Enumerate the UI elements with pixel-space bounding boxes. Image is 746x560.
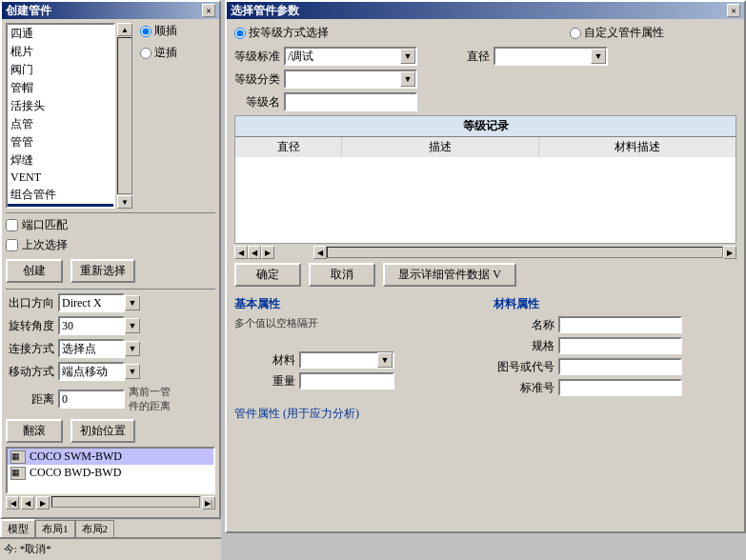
rotate-angle-row: 旋转角度 ▼	[6, 316, 215, 335]
mat-code-row: 图号或代号	[494, 358, 737, 375]
mat-spec-row: 规格	[494, 337, 737, 354]
bottom-list: ▦ COCO SWM-BWD ▦ COCO BWD-BWD	[6, 447, 215, 494]
list-item[interactable]: 活接头	[8, 97, 113, 115]
create-button[interactable]: 创建	[6, 259, 63, 283]
pipe-type-listbox[interactable]: 四通 棍片 阀门 管帽 活接头 点管 管管 焊缝 VENT 组合管件 仪表 LJ…	[6, 23, 115, 209]
list-item[interactable]: 点管	[8, 115, 113, 133]
bottom-list-nav-next[interactable]: ▶	[36, 496, 50, 510]
reselect-button[interactable]: 重新选择	[71, 259, 135, 283]
mat-code-input[interactable]	[558, 358, 682, 375]
last-select-checkbox[interactable]	[6, 239, 18, 251]
shun-cha-radio[interactable]: 顺插	[140, 23, 177, 39]
custom-mode-radio-input[interactable]	[570, 28, 581, 39]
grade-name-input[interactable]	[284, 92, 417, 111]
connect-method-input[interactable]	[58, 339, 125, 358]
list-item[interactable]: 组合管件	[8, 186, 113, 204]
h-scrollbar[interactable]	[327, 247, 723, 258]
list-item[interactable]: 焊缝	[8, 151, 113, 170]
mat-spec-input[interactable]	[558, 337, 682, 354]
last-select-checkbox-row[interactable]: 上次选择	[6, 237, 215, 253]
bottom-list-item-1[interactable]: ▦ COCO SWM-BWD	[8, 449, 213, 465]
bottom-list-item-2[interactable]: ▦ COCO BWD-BWD	[8, 465, 213, 481]
left-titlebar: 创建管件 ×	[2, 2, 219, 19]
divider2	[6, 289, 215, 290]
col-diameter: 直径	[235, 137, 342, 157]
grade-category-label: 等级分类	[234, 71, 284, 88]
grade-category-dropdown[interactable]: ▼	[400, 71, 415, 87]
rotate-angle-dropdown[interactable]: ▼	[125, 318, 140, 333]
tab-model[interactable]: 模型	[0, 519, 35, 537]
grade-mode-radio-input[interactable]	[234, 28, 246, 39]
exit-direction-row: 出口方向 ▼	[6, 293, 215, 312]
mat-name-input[interactable]	[558, 316, 682, 333]
bottom-list-nav-prev[interactable]: ◀	[21, 496, 34, 510]
left-close-button[interactable]: ×	[202, 4, 215, 17]
tab-layout1[interactable]: 布局1	[35, 520, 75, 537]
distance-input[interactable]	[58, 390, 125, 409]
right-panel: 选择管件参数 × 按等级方式选择 自定义管件属性 等级标准 /调试 ▼ 直径	[225, 0, 746, 533]
list-item[interactable]: 四通	[8, 25, 113, 43]
list-item-selected[interactable]: 仪表	[8, 204, 113, 209]
h-scroll-left[interactable]: ◀	[313, 246, 327, 259]
list-item[interactable]: 棍片	[8, 43, 113, 61]
mat-spec-label: 规格	[494, 338, 558, 354]
selection-mode-group: 按等级方式选择 自定义管件属性	[234, 25, 736, 41]
list-item[interactable]: 管管	[8, 133, 113, 151]
list-item[interactable]: VENT	[8, 170, 113, 186]
bottom-list-nav-last[interactable]: ▶|	[202, 496, 215, 510]
ni-cha-radio[interactable]: 逆插	[140, 45, 177, 61]
grade-table-headers: 直径 描述 材料描述	[235, 137, 736, 157]
flip-button[interactable]: 翻滚	[6, 419, 63, 443]
diameter-dropdown[interactable]: ▼	[591, 49, 606, 64]
list-item[interactable]: 阀门	[8, 61, 113, 79]
h-scroll-right[interactable]: ▶	[723, 246, 736, 259]
port-match-checkbox-row[interactable]: 端口匹配	[6, 217, 215, 233]
action-buttons-row: 确定 取消 显示详细管件数据 V	[234, 263, 736, 287]
connect-method-label: 连接方式	[6, 341, 58, 357]
move-method-input[interactable]	[58, 362, 125, 381]
v-scroll-left2[interactable]: ◀	[248, 246, 261, 259]
grade-standard-value: /调试	[286, 49, 400, 65]
distance-label: 距离	[6, 391, 58, 408]
grade-standard-row: 等级标准 /调试 ▼ 直径 ▼	[234, 47, 736, 66]
status-bar: 今: *取消*	[0, 539, 221, 558]
ni-cha-radio-input[interactable]	[140, 48, 151, 59]
shun-cha-radio-input[interactable]	[140, 26, 151, 37]
grade-standard-dropdown[interactable]: ▼	[400, 49, 415, 64]
connect-method-dropdown[interactable]: ▼	[125, 341, 140, 356]
v-scroll-left[interactable]: ◀	[234, 246, 248, 259]
custom-mode-radio[interactable]: 自定义管件属性	[570, 25, 664, 41]
mat-code-label: 图号或代号	[494, 359, 558, 375]
scrollbar-down[interactable]: ▼	[117, 195, 132, 209]
grade-mode-label: 按等级方式选择	[249, 25, 329, 41]
move-method-label: 移动方式	[6, 364, 58, 380]
move-method-dropdown[interactable]: ▼	[125, 364, 140, 379]
grade-mode-radio[interactable]: 按等级方式选择	[234, 25, 329, 41]
v-scroll-right[interactable]: ▶	[261, 246, 274, 259]
rotate-angle-label: 旋转角度	[6, 318, 58, 334]
list-item[interactable]: 管帽	[8, 79, 113, 97]
cancel-button[interactable]: 取消	[309, 263, 375, 287]
bottom-scrollbar[interactable]	[51, 496, 200, 508]
pipe-props-area: 管件属性 (用于应力分析)	[234, 406, 736, 453]
material-dropdown[interactable]: ▼	[377, 352, 393, 368]
show-detail-button[interactable]: 显示详细管件数据 V	[383, 263, 516, 287]
bottom-item-label-2: COCO BWD-BWD	[30, 466, 121, 480]
exit-direction-input[interactable]	[58, 293, 125, 312]
material-props-title: 材料属性	[494, 296, 737, 312]
port-match-checkbox[interactable]	[6, 219, 18, 231]
right-close-button[interactable]: ×	[727, 4, 740, 17]
basic-props-col: 基本属性 多个值以空格隔开 材料 ▼ 重量	[234, 290, 478, 400]
mat-std-input[interactable]	[558, 379, 682, 396]
grade-table-title: 等级记录	[235, 116, 736, 137]
tab-layout2[interactable]: 布局2	[75, 520, 115, 537]
distance-hint: 离前一管件的距离	[129, 385, 171, 413]
init-pos-button[interactable]: 初始位置	[71, 419, 135, 443]
scrollbar-up[interactable]: ▲	[117, 23, 132, 36]
weight-input[interactable]	[299, 372, 394, 390]
rotate-angle-input[interactable]	[58, 316, 125, 335]
bottom-list-nav-first[interactable]: |◀	[6, 496, 19, 510]
material-props-col: 材料属性 名称 规格 图号或代号 标准号	[494, 290, 737, 400]
confirm-button[interactable]: 确定	[234, 263, 301, 287]
exit-direction-dropdown[interactable]: ▼	[125, 295, 140, 310]
